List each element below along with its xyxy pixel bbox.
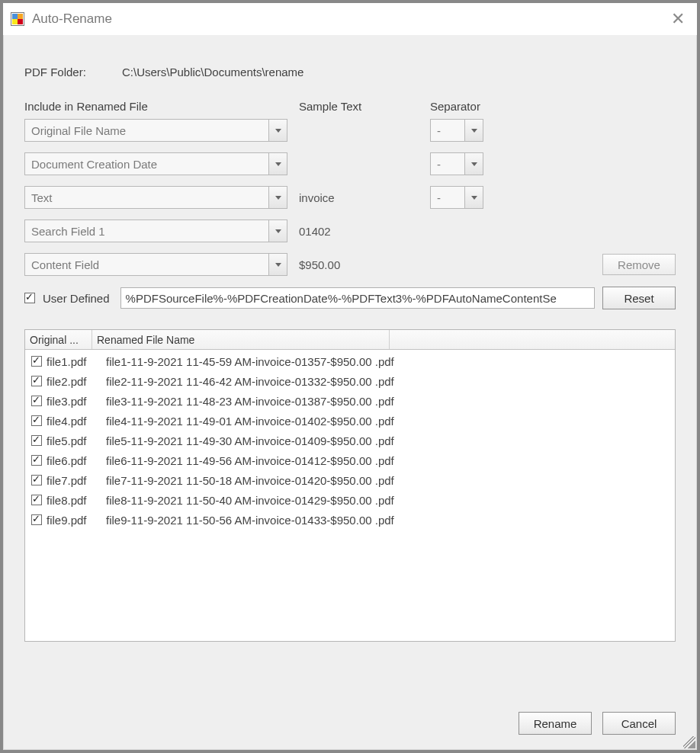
remove-button[interactable]: Remove — [602, 254, 676, 275]
header-sample: Sample Text — [299, 100, 430, 113]
pdf-folder-label: PDF Folder: — [24, 66, 122, 79]
include-row-0: Original File Name - — [24, 119, 676, 142]
renamed-filename: file8-11-9-2021 11-50-40 AM-invoice-0142… — [101, 494, 394, 507]
app-icon — [11, 12, 24, 26]
resize-grip-icon[interactable] — [683, 736, 695, 748]
table-row[interactable]: file8.pdffile8-11-9-2021 11-50-40 AM-inv… — [25, 490, 675, 510]
window-title: Auto-Rename — [32, 11, 666, 27]
chevron-down-icon[interactable] — [268, 120, 287, 141]
chevron-down-icon[interactable] — [268, 220, 287, 242]
include-value: Search Field 1 — [31, 225, 105, 238]
separator-combo-2[interactable]: - — [430, 186, 483, 209]
row-checkbox[interactable] — [31, 396, 42, 406]
include-row-3: Search Field 1 01402 — [24, 219, 676, 242]
pdf-folder-row: PDF Folder: C:\Users\Public\Documents\re… — [24, 66, 676, 79]
rename-button[interactable]: Rename — [519, 712, 592, 735]
renamed-filename: file7-11-9-2021 11-50-18 AM-invoice-0142… — [101, 474, 394, 487]
renamed-filename: file5-11-9-2021 11-49-30 AM-invoice-0140… — [101, 434, 394, 447]
original-filename: file7.pdf — [47, 474, 101, 487]
renamed-filename: file9-11-9-2021 11-50-56 AM-invoice-0143… — [101, 514, 394, 527]
row-checkbox[interactable] — [31, 376, 42, 386]
include-combo-1[interactable]: Document Creation Date — [24, 152, 287, 175]
row-checkbox[interactable] — [31, 435, 42, 446]
include-row-1: Document Creation Date - — [24, 152, 676, 175]
include-value: Document Creation Date — [31, 158, 157, 171]
include-value: Content Field — [31, 258, 99, 271]
include-value: Text — [31, 191, 53, 204]
table-row[interactable]: file5.pdffile5-11-9-2021 11-49-30 AM-inv… — [25, 431, 675, 450]
original-filename: file1.pdf — [47, 355, 101, 368]
sample-4: $950.00 — [299, 258, 430, 271]
header-include: Include in Renamed File — [24, 100, 299, 113]
reset-button[interactable]: Reset — [602, 287, 676, 309]
cancel-button[interactable]: Cancel — [602, 712, 676, 735]
chevron-down-icon[interactable] — [268, 187, 287, 208]
col-spacer — [390, 330, 675, 349]
original-filename: file6.pdf — [47, 454, 101, 467]
sample-3: 01402 — [299, 225, 430, 238]
chevron-down-icon[interactable] — [464, 120, 483, 141]
list-header: Original ... Renamed File Name — [25, 330, 675, 350]
original-filename: file9.pdf — [47, 514, 101, 527]
table-row[interactable]: file2.pdffile2-11-9-2021 11-46-42 AM-inv… — [25, 371, 675, 391]
sep-value: - — [437, 191, 441, 204]
table-row[interactable]: file1.pdffile1-11-9-2021 11-45-59 AM-inv… — [25, 351, 675, 371]
row-checkbox[interactable] — [31, 495, 42, 505]
row-checkbox[interactable] — [31, 455, 42, 466]
section-header: Include in Renamed File Sample Text Sepa… — [24, 100, 676, 113]
col-renamed[interactable]: Renamed File Name — [92, 330, 390, 349]
include-value: Original File Name — [31, 124, 126, 137]
original-filename: file8.pdf — [47, 494, 101, 507]
user-defined-checkbox[interactable] — [24, 293, 35, 303]
sep-value: - — [437, 158, 441, 171]
include-combo-4[interactable]: Content Field — [24, 253, 287, 276]
separator-combo-1[interactable]: - — [430, 152, 483, 175]
pdf-folder-path: C:\Users\Public\Documents\rename — [122, 66, 303, 79]
renamed-filename: file4-11-9-2021 11-49-01 AM-invoice-0140… — [101, 415, 394, 428]
renamed-filename: file6-11-9-2021 11-49-56 AM-invoice-0141… — [101, 454, 394, 467]
sample-2: invoice — [299, 191, 430, 204]
include-row-4: Content Field $950.00 Remove — [24, 253, 676, 276]
chevron-down-icon[interactable] — [464, 153, 483, 175]
renamed-filename: file2-11-9-2021 11-46-42 AM-invoice-0133… — [101, 375, 394, 388]
close-icon[interactable]: ✕ — [666, 11, 689, 27]
chevron-down-icon[interactable] — [268, 254, 287, 275]
table-row[interactable]: file6.pdffile6-11-9-2021 11-49-56 AM-inv… — [25, 450, 675, 470]
chevron-down-icon[interactable] — [268, 153, 287, 175]
col-original[interactable]: Original ... — [25, 330, 92, 349]
row-checkbox[interactable] — [31, 356, 42, 367]
chevron-down-icon[interactable] — [464, 187, 483, 208]
title-bar: Auto-Rename ✕ — [3, 3, 697, 35]
renamed-filename: file3-11-9-2021 11-48-23 AM-invoice-0138… — [101, 395, 394, 408]
dialog-window: Auto-Rename ✕ PDF Folder: C:\Users\Publi… — [3, 3, 697, 750]
include-combo-0[interactable]: Original File Name — [24, 119, 287, 142]
row-checkbox[interactable] — [31, 475, 42, 485]
include-combo-2[interactable]: Text — [24, 186, 287, 209]
renamed-filename: file1-11-9-2021 11-45-59 AM-invoice-0135… — [101, 355, 394, 368]
separator-combo-0[interactable]: - — [430, 119, 483, 142]
user-defined-input[interactable]: %PDFSourceFile%-%PDFCreationDate%-%PDFTe… — [120, 287, 595, 309]
row-checkbox[interactable] — [31, 514, 42, 525]
original-filename: file4.pdf — [47, 415, 101, 428]
original-filename: file3.pdf — [47, 395, 101, 408]
user-defined-label: User Defined — [43, 292, 110, 305]
table-row[interactable]: file3.pdffile3-11-9-2021 11-48-23 AM-inv… — [25, 391, 675, 411]
table-row[interactable]: file9.pdffile9-11-9-2021 11-50-56 AM-inv… — [25, 510, 675, 530]
original-filename: file5.pdf — [47, 434, 101, 447]
include-combo-3[interactable]: Search Field 1 — [24, 219, 287, 242]
table-row[interactable]: file7.pdffile7-11-9-2021 11-50-18 AM-inv… — [25, 470, 675, 490]
row-checkbox[interactable] — [31, 415, 42, 426]
dialog-buttons: Rename Cancel — [519, 712, 676, 735]
user-defined-row: User Defined %PDFSourceFile%-%PDFCreatio… — [24, 287, 676, 309]
header-separator: Separator — [430, 100, 480, 113]
original-filename: file2.pdf — [47, 375, 101, 388]
table-row[interactable]: file4.pdffile4-11-9-2021 11-49-01 AM-inv… — [25, 411, 675, 431]
include-row-2: Text invoice - — [24, 186, 676, 209]
file-list: Original ... Renamed File Name file1.pdf… — [24, 329, 676, 642]
sep-value: - — [437, 124, 441, 137]
